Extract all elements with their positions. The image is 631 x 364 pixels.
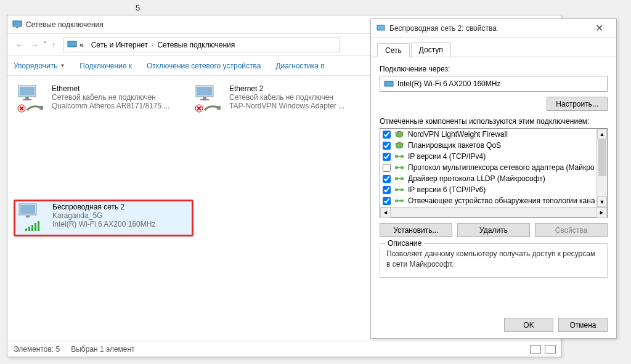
scroll-down-button[interactable]: ▼ — [597, 196, 607, 207]
svg-rect-23 — [385, 81, 393, 86]
svg-rect-36 — [395, 200, 398, 202]
adapter-text: Ethernet 2Сетевой кабель не подключенTAP… — [229, 84, 365, 116]
description-text: Позволяет данному компьютеру получать до… — [386, 249, 601, 270]
diagnose-button[interactable]: Диагностика п — [275, 62, 324, 70]
component-item[interactable]: NordVPN LightWeight Firewall — [380, 129, 607, 140]
component-checkbox[interactable] — [383, 131, 391, 139]
component-label: Планировщик пакетов QoS — [408, 141, 501, 150]
svg-rect-12 — [200, 99, 209, 100]
adapter-status: Сетевой кабель не подключен — [229, 93, 365, 102]
adapter-text: Беспроводная сеть 2Karaganda_5GIntel(R) … — [52, 203, 189, 233]
svg-rect-14 — [217, 106, 221, 110]
adapter-status: Karaganda_5G — [52, 211, 189, 220]
scroll-up-button[interactable]: ▲ — [597, 129, 607, 139]
shield-icon — [394, 142, 404, 149]
protocol-icon — [394, 153, 404, 160]
svg-rect-20 — [20, 205, 35, 214]
configure-button[interactable]: Настроить... — [547, 97, 608, 111]
component-item[interactable]: Протокол мультиплексора сетевого адаптер… — [380, 162, 607, 173]
components-label: Отмеченные компоненты используются этим … — [380, 117, 608, 126]
description-legend: Описание — [385, 239, 424, 248]
svg-rect-4 — [20, 87, 35, 95]
connect-to-button[interactable]: Подключение к — [79, 62, 132, 70]
component-checkbox[interactable] — [383, 186, 391, 194]
scroll-right-button[interactable]: ► — [596, 208, 607, 218]
component-item[interactable]: IP версии 6 (TCP/IPv6) — [380, 184, 607, 195]
breadcrumb-separator-icon: › — [152, 41, 153, 48]
close-button[interactable]: ✕ — [587, 22, 611, 34]
component-item[interactable]: Планировщик пакетов QoS — [380, 140, 607, 151]
page-number: 5 — [136, 3, 140, 12]
breadcrumb-part[interactable]: Сеть и Интернет — [91, 41, 148, 49]
breadcrumb-chevron: « — [79, 41, 84, 49]
svg-rect-30 — [395, 177, 398, 180]
horizontal-scrollbar[interactable]: ◄ ► — [380, 207, 607, 217]
tab-strip: Сеть Доступ — [371, 38, 616, 57]
protocol-icon — [394, 197, 404, 204]
adapter-item[interactable]: Ethernet 2Сетевой кабель не подключенTAP… — [191, 82, 368, 119]
component-item[interactable]: IP версии 4 (TCP/IPv4) — [380, 151, 607, 162]
tab-access[interactable]: Доступ — [411, 42, 451, 57]
history-dropdown[interactable]: ˅ — [43, 41, 47, 49]
remove-button[interactable]: Удалить — [457, 223, 530, 237]
adapter-device: Qualcomm Atheros AR8171/8175 ... — [52, 102, 187, 110]
component-checkbox[interactable] — [383, 197, 391, 205]
components-listbox: NordVPN LightWeight FirewallПланировщик … — [380, 128, 608, 218]
component-label: Отвечающее устройство обнаружения тополо… — [408, 196, 595, 205]
network-icon — [12, 20, 22, 30]
svg-rect-11 — [203, 97, 206, 99]
adapter-text: EthernetСетевой кабель не подключенQualc… — [52, 84, 187, 116]
svg-rect-28 — [401, 166, 404, 169]
svg-rect-33 — [395, 188, 398, 191]
protocol-icon — [394, 164, 404, 171]
scroll-left-button[interactable]: ◄ — [380, 208, 391, 218]
install-button[interactable]: Установить... — [380, 223, 452, 237]
component-checkbox[interactable] — [383, 164, 391, 172]
protocol-icon — [394, 186, 404, 193]
properties-dialog: Беспроводная сеть 2: свойства ✕ Сеть Дос… — [370, 18, 617, 339]
breadcrumb[interactable]: « Сеть и Интернет › Сетевые подключения — [63, 38, 340, 52]
dialog-title-bar[interactable]: Беспроводная сеть 2: свойства ✕ — [371, 19, 616, 38]
ok-button[interactable]: OK — [504, 318, 553, 332]
cancel-button[interactable]: Отмена — [558, 318, 608, 332]
disable-device-button[interactable]: Отключение сетевого устройства — [147, 62, 261, 70]
adapter-field: Intel(R) Wi-Fi 6 AX200 160MHz — [380, 76, 608, 92]
adapter-device: TAP-NordVPN Windows Adapter ... — [229, 102, 365, 110]
adapter-item[interactable]: Беспроводная сеть 2Karaganda_5GIntel(R) … — [14, 200, 193, 237]
svg-rect-24 — [395, 155, 398, 158]
breadcrumb-part[interactable]: Сетевые подключения — [157, 41, 235, 49]
up-button[interactable]: ↑ — [52, 41, 55, 49]
component-label: Драйвер протокола LLDP (Майкрософт) — [408, 174, 545, 183]
svg-rect-0 — [13, 21, 22, 26]
component-checkbox[interactable] — [383, 142, 391, 150]
svg-rect-21 — [26, 216, 30, 217]
back-button[interactable]: ← — [12, 38, 27, 52]
details-view-icon[interactable] — [530, 345, 541, 354]
svg-rect-27 — [395, 166, 398, 169]
large-icons-view-icon[interactable] — [545, 345, 556, 354]
component-item[interactable]: Отвечающее устройство обнаружения тополо… — [380, 195, 607, 206]
component-label: IP версии 4 (TCP/IPv4) — [408, 152, 486, 161]
scroll-thumb[interactable] — [598, 139, 606, 176]
adapter-icon — [18, 203, 47, 232]
adapter-name: Беспроводная сеть 2 — [52, 203, 189, 211]
adapter-item[interactable]: EthernetСетевой кабель не подключенQualc… — [14, 82, 191, 119]
adapter-icon — [384, 79, 394, 89]
vertical-scrollbar[interactable]: ▲ ▼ — [596, 129, 607, 207]
connect-using-label: Подключение через: — [380, 65, 608, 73]
component-item[interactable]: Драйвер протокола LLDP (Майкрософт) — [380, 173, 607, 184]
properties-button[interactable]: Свойства — [535, 223, 608, 237]
component-checkbox[interactable] — [383, 153, 391, 161]
status-bar: Элементов: 5 Выбран 1 элемент — [7, 341, 561, 357]
svg-rect-34 — [401, 188, 404, 191]
component-checkbox[interactable] — [383, 175, 391, 183]
organize-menu[interactable]: Упорядочить ▼ — [14, 62, 65, 70]
network-icon — [67, 40, 77, 50]
tab-network[interactable]: Сеть — [377, 43, 410, 57]
adapter-device: Intel(R) Wi-Fi 6 AX200 160MHz — [52, 220, 189, 229]
svg-rect-2 — [68, 41, 76, 47]
adapter-name: Ethernet — [52, 84, 187, 93]
adapter-name: Ethernet 2 — [229, 84, 365, 93]
component-label: NordVPN LightWeight Firewall — [408, 130, 508, 139]
forward-button[interactable]: → — [27, 38, 42, 52]
